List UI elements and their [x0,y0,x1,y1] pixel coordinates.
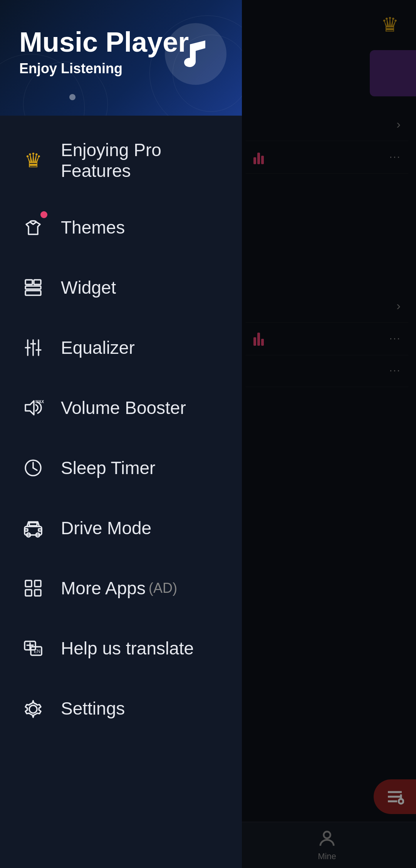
translate-label: Help us translate [61,638,194,659]
drive-label: Drive Mode [61,518,151,538]
gear-svg-icon [22,698,44,719]
menu-item-themes[interactable]: Themes [0,197,242,257]
volume-svg-icon: MAX [22,397,44,419]
svg-rect-7 [34,280,41,284]
svg-rect-27 [25,580,32,587]
more-apps-icon [19,574,47,602]
menu-item-equalizer[interactable]: Equalizer [0,318,242,378]
svg-rect-28 [35,580,41,587]
menu-item-pro[interactable]: ♛ Enjoying Pro Features [0,123,242,197]
menu-list: ♛ Enjoying Pro Features Themes [0,116,242,868]
menu-item-settings[interactable]: Settings [0,678,242,738]
volume-label: Volume Booster [61,397,186,418]
svg-marker-16 [25,401,34,415]
themes-label: Themes [61,217,125,238]
widget-label: Widget [61,277,116,298]
drive-icon [19,514,47,542]
svg-rect-30 [35,590,41,596]
car-svg-icon [22,517,44,539]
grid-svg-icon [22,577,44,599]
clock-svg-icon [22,457,44,479]
drawer-header: Music Player Enjoy Listening [0,0,242,116]
music-logo [165,23,226,85]
themes-notification-dot [40,211,47,218]
translate-svg-icon: EN [22,638,44,659]
menu-item-drive[interactable]: Drive Mode [0,498,242,558]
header-dot [69,94,75,100]
sleep-icon [19,454,47,482]
widget-svg-icon [22,277,44,298]
volume-icon: MAX [19,394,47,422]
menu-item-translate[interactable]: EN Help us translate [0,618,242,678]
svg-line-20 [33,468,37,470]
menu-item-more-apps[interactable]: More Apps (AD) [0,558,242,618]
pro-icon: ♛ [19,146,47,174]
tshirt-icon [22,217,44,238]
svg-text:MAX: MAX [35,400,44,404]
svg-rect-29 [25,590,32,596]
ad-badge: (AD) [149,580,177,596]
settings-label: Settings [61,698,125,719]
svg-rect-25 [25,529,28,531]
menu-item-widget[interactable]: Widget [0,257,242,318]
equalizer-icon [19,334,47,362]
menu-item-sleep[interactable]: Sleep Timer [0,438,242,498]
music-note-svg [176,35,215,73]
equalizer-svg-icon [22,337,44,358]
overlay-dim [238,0,416,868]
menu-item-volume[interactable]: MAX Volume Booster [0,378,242,438]
svg-text:EN: EN [34,649,40,654]
widget-icon [19,274,47,301]
more-apps-label: More Apps [61,578,146,599]
translate-icon: EN [19,634,47,662]
equalizer-label: Equalizer [61,337,135,358]
settings-icon [19,695,47,722]
crown-menu-icon: ♛ [24,149,42,172]
svg-rect-8 [25,286,41,289]
sleep-label: Sleep Timer [61,458,155,478]
pro-label: Enjoying Pro Features [61,140,223,181]
svg-rect-6 [25,280,32,284]
svg-rect-26 [39,529,42,531]
svg-rect-24 [29,523,37,526]
svg-rect-9 [25,291,41,295]
navigation-drawer: Music Player Enjoy Listening ♛ Enjoying … [0,0,242,868]
